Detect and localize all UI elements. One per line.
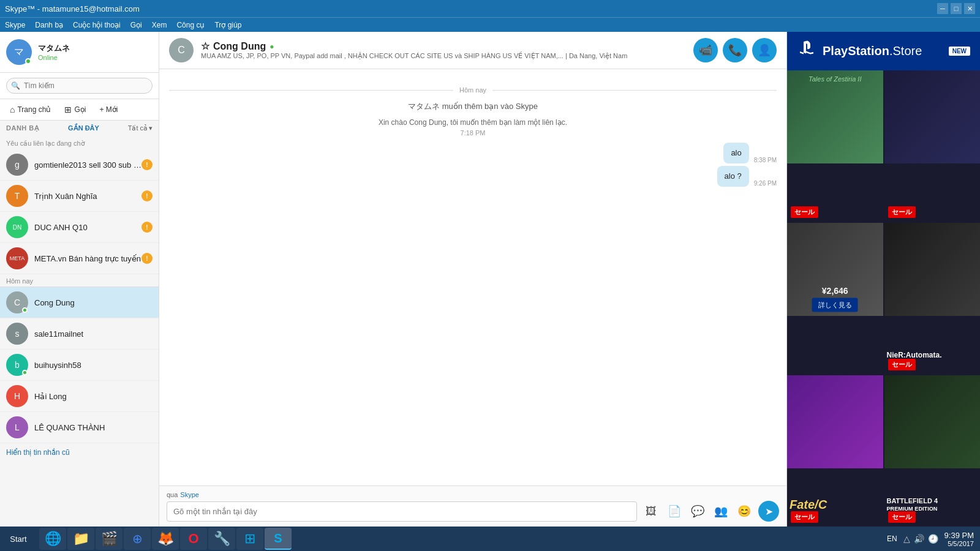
taskbar-app-media[interactable]: 🎬 xyxy=(96,528,123,550)
close-button[interactable]: ✕ xyxy=(964,3,975,14)
taskbar-app-windows[interactable]: ⊞ xyxy=(236,528,263,550)
call-nav-button[interactable]: ⊞ Gọi xyxy=(61,103,89,116)
message-input[interactable] xyxy=(167,501,637,522)
home-nav-button[interactable]: ⌂ Trang chủ xyxy=(6,103,55,116)
menu-view[interactable]: Xem xyxy=(152,21,167,29)
taskbar-app-folder[interactable]: 📁 xyxy=(67,528,94,550)
time-display: 9:39 PM xyxy=(944,531,974,540)
call-label: Gọi xyxy=(74,105,86,114)
taskbar-app-ie[interactable]: 🌐 xyxy=(39,528,66,550)
taskbar-app-chrome[interactable]: ⊕ xyxy=(124,528,151,550)
game-price: ¥2,646 xyxy=(812,285,858,295)
nav-section: ⌂ Trang chủ ⊞ Gọi + Mới xyxy=(0,99,159,121)
language-indicator: EN xyxy=(887,534,897,543)
send-button[interactable]: ➤ xyxy=(758,501,779,522)
new-nav-button[interactable]: + Mới xyxy=(96,103,121,116)
message-bubble: alo xyxy=(723,143,748,163)
video-message-button[interactable]: 💬 xyxy=(688,502,707,520)
menu-conversations[interactable]: Cuộc hội thoại xyxy=(73,21,121,29)
system-message-sub: Xin chào Cong Dung, tôi muốn thêm bạn là… xyxy=(169,118,777,127)
message-time: 8:38 PM xyxy=(754,157,777,163)
grid-icon: ⊞ xyxy=(64,105,72,114)
emoji-button[interactable]: 😊 xyxy=(735,502,753,520)
list-item[interactable]: C Cong Dung xyxy=(0,287,159,318)
game-tile[interactable]: Fate/C セール xyxy=(787,375,883,527)
today-divider: Hôm nay xyxy=(0,274,159,287)
contact-share-button[interactable]: 👥 xyxy=(712,502,730,520)
pending-label: Yêu cầu liên lạc đang chờ xyxy=(0,136,159,149)
game-tile[interactable]: ¥2,646 詳しく見る xyxy=(787,223,883,374)
taskbar-right: EN △ 🔊 🕘 9:39 PM 5/5/2017 xyxy=(881,531,980,547)
show-older-link[interactable]: Hiển thị tin nhắn cũ xyxy=(0,443,159,462)
game-name: BATTLEFIELD 4PREMIUM EDITION xyxy=(887,497,978,512)
folder-icon: 📁 xyxy=(73,531,89,547)
list-item[interactable]: L LÊ QUANG THÀNH xyxy=(0,412,159,443)
game-tile[interactable]: BATTLEFIELD 4PREMIUM EDITION セール xyxy=(884,375,981,527)
skype-link[interactable]: Skype xyxy=(180,491,199,498)
image-button[interactable]: 🖼 xyxy=(642,502,660,520)
message-row: alo 8:38 PM xyxy=(169,143,777,163)
contact-display-name: Cong Dung xyxy=(213,41,266,52)
list-item[interactable]: s sale11mailnet xyxy=(0,318,159,350)
pending-badge: ! xyxy=(141,190,153,201)
menu-help[interactable]: Trợ giúp xyxy=(214,21,241,29)
skype-icon: S xyxy=(274,531,282,545)
game-name: Tales of Zestiria II xyxy=(792,75,878,83)
game-grid: Tales of Zestiria II セール セール ¥2,646 詳しく見… xyxy=(787,70,980,527)
online-status-dot: ● xyxy=(270,42,274,51)
search-input[interactable] xyxy=(6,78,153,94)
network-icon: △ xyxy=(903,534,910,544)
chat-avatar: C xyxy=(169,38,194,62)
start-button[interactable]: Start xyxy=(0,527,37,551)
taskbar-app-firefox[interactable]: 🦊 xyxy=(152,528,179,550)
firefox-icon: 🦊 xyxy=(157,531,174,547)
pending-badge: ! xyxy=(141,159,153,170)
taskbar-app-skype[interactable]: S xyxy=(265,528,292,550)
avatar: DN xyxy=(6,216,28,238)
game-tile[interactable]: Tales of Zestiria II セール xyxy=(787,70,883,222)
menu-tools[interactable]: Công cụ xyxy=(176,21,205,29)
contact-name: DUC ANH Q10 xyxy=(34,223,141,232)
video-icon: 📹 xyxy=(699,43,712,57)
file-button[interactable]: 📄 xyxy=(665,502,684,520)
video-msg-icon: 💬 xyxy=(691,504,704,518)
maximize-button[interactable]: □ xyxy=(951,3,962,14)
sale-badge: セール xyxy=(888,511,916,523)
avatar: C xyxy=(6,291,28,313)
menu-call[interactable]: Gọi xyxy=(130,21,142,29)
detail-button[interactable]: 詳しく見る xyxy=(812,298,858,312)
list-item[interactable]: g gomtienle2013 sell 300 sub thu... ! xyxy=(0,149,159,181)
all-filter[interactable]: Tất cả ▾ xyxy=(128,124,153,132)
taskbar-app-opera[interactable]: O xyxy=(180,528,207,550)
search-section: 🔍 xyxy=(0,73,159,99)
video-call-button[interactable]: 📹 xyxy=(693,38,718,62)
chat-area: C ☆ Cong Dung ● MUA AMZ US, JP, PO, PP V… xyxy=(159,32,786,527)
list-item[interactable]: H Hải Long xyxy=(0,381,159,412)
add-contact-icon: 👤 xyxy=(758,43,771,57)
profile-status: Online xyxy=(38,54,70,61)
avatar: H xyxy=(6,385,28,407)
home-icon: ⌂ xyxy=(10,105,15,114)
game-tile[interactable]: NieR:Automata. セール xyxy=(884,223,981,374)
contact-name: gomtienle2013 sell 300 sub thu... xyxy=(34,160,141,170)
recent-filter[interactable]: GẦN ĐÂY xyxy=(68,124,99,132)
taskbar-app-tool[interactable]: 🔧 xyxy=(208,528,235,550)
chat-contact-status: MUA AMZ US, JP, PO, PP VN, Paypal add ma… xyxy=(201,52,693,60)
list-item[interactable]: b buihuysinh58 xyxy=(0,350,159,381)
minimize-button[interactable]: ─ xyxy=(937,3,948,14)
list-item[interactable]: T Trịnh Xuân Nghĩa ! xyxy=(0,181,159,212)
online-indicator xyxy=(25,58,31,64)
list-item[interactable]: DN DUC ANH Q10 ! xyxy=(0,212,159,243)
contact-name: LÊ QUANG THÀNH xyxy=(34,423,153,432)
game-tile[interactable]: セール xyxy=(884,70,981,222)
menu-skype[interactable]: Skype xyxy=(5,21,25,29)
add-contact-button[interactable]: 👤 xyxy=(752,38,777,62)
menu-contacts[interactable]: Danh bạ xyxy=(35,21,63,29)
voice-call-button[interactable]: 📞 xyxy=(723,38,747,62)
online-dot xyxy=(22,370,28,375)
search-icon: 🔍 xyxy=(11,81,20,90)
opera-icon: O xyxy=(188,531,198,547)
contact-info: gomtienle2013 sell 300 sub thu... xyxy=(34,160,141,170)
list-item[interactable]: META META.vn Bán hàng trực tuyến ! xyxy=(0,243,159,274)
avatar: s xyxy=(6,323,28,345)
